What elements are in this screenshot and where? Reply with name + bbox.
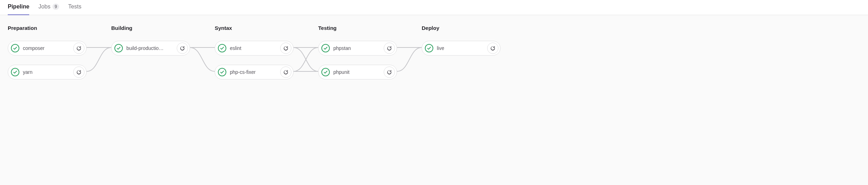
tabs-bar: Pipeline Jobs 9 Tests [0,0,868,15]
tab-label: Tests [68,4,81,10]
stage-preparation: Preparation composer yarn [8,25,87,79]
stage-syntax: Syntax eslint php-cs-fixer [215,25,294,79]
stage-jobs: eslint php-cs-fixer [215,41,294,79]
retry-button[interactable] [73,66,84,78]
success-icon [218,68,226,76]
success-icon [321,44,330,52]
success-icon [11,68,19,76]
pipeline-graph: Preparation composer yarn [0,15,868,94]
job-composer[interactable]: composer [8,41,87,56]
job-name: composer [23,45,73,51]
retry-button[interactable] [177,43,188,54]
stage-jobs: live [422,41,501,56]
job-phpstan[interactable]: phpstan [318,41,397,56]
tab-jobs[interactable]: Jobs 9 [38,4,59,15]
retry-button[interactable] [384,43,395,54]
job-live[interactable]: live [422,41,501,56]
stage-jobs: phpstan phpunit [318,41,397,79]
retry-button[interactable] [280,43,291,54]
jobs-count-badge: 9 [52,4,59,10]
job-name: phpunit [333,69,384,75]
job-name: build-productio… [126,45,177,51]
job-phpunit[interactable]: phpunit [318,65,397,79]
retry-button[interactable] [384,66,395,78]
stage-title: Building [111,25,190,31]
job-php-cs-fixer[interactable]: php-cs-fixer [215,65,294,79]
job-name: php-cs-fixer [230,69,280,75]
job-name: live [437,45,487,51]
retry-button[interactable] [73,43,84,54]
job-yarn[interactable]: yarn [8,65,87,79]
job-name: eslint [230,45,280,51]
stage-deploy: Deploy live [422,25,501,56]
retry-button[interactable] [280,66,291,78]
stage-title: Preparation [8,25,87,31]
stage-testing: Testing phpstan phpunit [318,25,397,79]
tab-label: Pipeline [8,4,29,10]
success-icon [321,68,330,76]
job-name: phpstan [333,45,384,51]
success-icon [425,44,433,52]
success-icon [11,44,19,52]
tab-pipeline[interactable]: Pipeline [8,4,29,15]
stage-title: Testing [318,25,397,31]
stage-jobs: build-productio… [111,41,190,56]
job-eslint[interactable]: eslint [215,41,294,56]
retry-button[interactable] [487,43,498,54]
stage-building: Building build-productio… [111,25,190,56]
stage-title: Syntax [215,25,294,31]
job-name: yarn [23,69,73,75]
stage-jobs: composer yarn [8,41,87,79]
tab-tests[interactable]: Tests [68,4,81,15]
job-build-production[interactable]: build-productio… [111,41,190,56]
success-icon [218,44,226,52]
success-icon [114,44,123,52]
stage-title: Deploy [422,25,501,31]
tab-label: Jobs [38,4,50,10]
